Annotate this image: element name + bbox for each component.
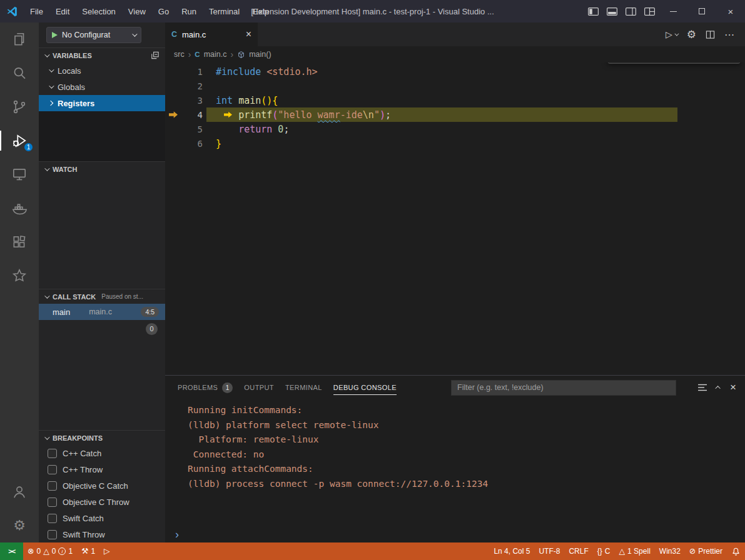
line-number[interactable]: 5 — [181, 124, 203, 134]
minimize-button[interactable] — [659, 0, 687, 22]
menu-terminal[interactable]: Terminal — [203, 0, 246, 22]
collapse-all-icon[interactable] — [150, 51, 160, 60]
variables-item-registers[interactable]: Registers — [39, 95, 165, 111]
debug-toolbar — [607, 62, 741, 64]
menu-run[interactable]: Run — [175, 0, 203, 22]
checkbox-unchecked[interactable] — [48, 498, 57, 507]
checkbox-unchecked[interactable] — [48, 514, 57, 523]
close-panel-icon[interactable]: × — [730, 381, 736, 394]
breakpoint-objective-c-catch[interactable]: Objective C Catch — [39, 478, 165, 494]
code-line-4[interactable]: 4 printf("hello wamr-ide\n"); — [165, 108, 745, 122]
split-editor-icon[interactable] — [706, 30, 715, 39]
explorer-icon[interactable] — [0, 22, 39, 56]
start-debugging-icon[interactable] — [52, 32, 58, 38]
close-tab-icon[interactable]: × — [246, 29, 251, 40]
maximize-panel-icon[interactable] — [715, 386, 720, 391]
toggle-secondary-sidebar-icon[interactable] — [621, 0, 640, 22]
tab-main-c[interactable]: C main.c × — [165, 22, 258, 46]
breakpoint-objective-c-throw[interactable]: Objective C Throw — [39, 494, 165, 510]
menu-go[interactable]: Go — [152, 0, 175, 22]
code-line-2[interactable]: 2 — [165, 79, 745, 93]
language-mode[interactable]: {} C — [593, 542, 615, 560]
code-line-6[interactable]: 6} — [165, 136, 745, 151]
debug-status-icon[interactable]: ▷ — [99, 542, 114, 560]
menu-view[interactable]: View — [122, 0, 152, 22]
code-text: #include <stdio.h> — [203, 66, 318, 78]
breadcrumb-src[interactable]: src — [174, 50, 185, 59]
run-and-debug-icon[interactable]: 1 — [0, 124, 39, 158]
console-options-icon[interactable] — [697, 383, 707, 392]
breakpoint-gutter[interactable] — [165, 111, 181, 119]
console-filter-input[interactable] — [451, 380, 676, 396]
panel-header: PROBLEMS1OUTPUTTERMINALDEBUG CONSOLE × — [165, 376, 745, 399]
maximize-button[interactable] — [687, 0, 716, 22]
code-editor[interactable]: 1#include <stdio.h>23int main(){4 printf… — [165, 62, 745, 375]
chevron-down-icon — [49, 67, 54, 72]
line-number[interactable]: 1 — [181, 67, 203, 77]
launch-config-label: No Configurat — [62, 31, 110, 39]
search-icon[interactable] — [0, 56, 39, 90]
call-stack-section-header[interactable]: CALL STACK Paused on st... — [39, 289, 165, 304]
settings-gear-icon[interactable]: ⚙ — [0, 509, 39, 542]
checkbox-unchecked[interactable] — [48, 449, 57, 458]
customize-layout-icon[interactable] — [640, 0, 659, 22]
panel-tab-problems[interactable]: PROBLEMS1 — [178, 376, 233, 399]
console-input-row[interactable]: › — [165, 526, 745, 542]
variables-item-globals[interactable]: Globals — [39, 79, 165, 95]
source-control-icon[interactable] — [0, 90, 39, 124]
code-line-5[interactable]: 5 return 0; — [165, 122, 745, 136]
console-line: (lldb) platform select remote-linux — [188, 420, 745, 435]
platform-indicator[interactable]: Win32 — [655, 542, 685, 560]
checkbox-unchecked[interactable] — [48, 481, 57, 491]
checkbox-unchecked[interactable] — [48, 530, 57, 539]
remote-explorer-icon[interactable] — [0, 158, 39, 191]
breadcrumb-file[interactable]: main.c — [204, 50, 227, 59]
notifications-bell-icon[interactable] — [727, 542, 745, 560]
close-button[interactable]: × — [716, 0, 745, 22]
panel-tab-terminal[interactable]: TERMINAL — [285, 376, 322, 399]
debug-settings-gear-icon[interactable]: ⚙ — [687, 29, 696, 40]
line-number[interactable]: 6 — [181, 139, 203, 149]
encoding-indicator[interactable]: UTF-8 — [534, 542, 564, 560]
breakpoint-c-throw[interactable]: C++ Throw — [39, 461, 165, 478]
line-number[interactable]: 4 — [181, 110, 203, 120]
chevron-down-icon — [132, 31, 137, 36]
breadcrumb[interactable]: src › C main.c › main() — [165, 46, 745, 62]
accounts-icon[interactable] — [0, 475, 39, 509]
watch-section-header[interactable]: WATCH — [39, 161, 165, 176]
remote-indicator[interactable]: >< — [0, 542, 23, 560]
menu-selection[interactable]: Selection — [76, 0, 121, 22]
toggle-panel-icon[interactable] — [602, 0, 621, 22]
variables-item-locals[interactable]: Locals — [39, 62, 165, 79]
extensions-icon[interactable] — [0, 225, 39, 259]
cursor-position[interactable]: Ln 4, Col 5 — [489, 542, 534, 560]
run-file-button[interactable]: ▷ — [666, 29, 677, 39]
code-line-1[interactable]: 1#include <stdio.h> — [165, 64, 745, 79]
variables-section-header[interactable]: VARIABLES — [39, 48, 165, 62]
eol-indicator[interactable]: CRLF — [564, 542, 592, 560]
more-actions-icon[interactable]: ⋯ — [724, 29, 735, 41]
tools-indicator[interactable]: ⚒ 1 — [77, 542, 99, 560]
problems-status[interactable]: ⊗ 0 △ 0 i 1 — [23, 542, 77, 560]
breakpoint-swift-catch[interactable]: Swift Catch — [39, 510, 165, 526]
info-icon: i — [58, 548, 66, 555]
menu-file[interactable]: File — [24, 0, 49, 22]
star-icon[interactable] — [0, 259, 39, 292]
breadcrumb-symbol[interactable]: main() — [249, 50, 271, 59]
panel-tab-debug-console[interactable]: DEBUG CONSOLE — [333, 376, 397, 399]
docker-icon[interactable] — [0, 191, 39, 225]
breakpoints-section-header[interactable]: BREAKPOINTS — [39, 430, 165, 445]
breakpoint-c-catch[interactable]: C++ Catch — [39, 445, 165, 461]
line-number[interactable]: 2 — [181, 81, 203, 91]
formatter-status[interactable]: ⊘ Prettier — [685, 542, 727, 560]
launch-config-dropdown[interactable]: No Configurat — [46, 27, 141, 43]
spell-checker-status[interactable]: △ 1 Spell — [614, 542, 654, 560]
line-number[interactable]: 3 — [181, 96, 203, 106]
code-line-3[interactable]: 3int main(){ — [165, 93, 745, 108]
toggle-sidebar-icon[interactable] — [584, 0, 602, 22]
menu-edit[interactable]: Edit — [49, 0, 76, 22]
panel-tab-output[interactable]: OUTPUT — [244, 376, 274, 399]
checkbox-unchecked[interactable] — [48, 465, 57, 474]
call-stack-frame[interactable]: main main.c 4:5 — [39, 304, 165, 320]
breakpoint-swift-throw[interactable]: Swift Throw — [39, 526, 165, 542]
